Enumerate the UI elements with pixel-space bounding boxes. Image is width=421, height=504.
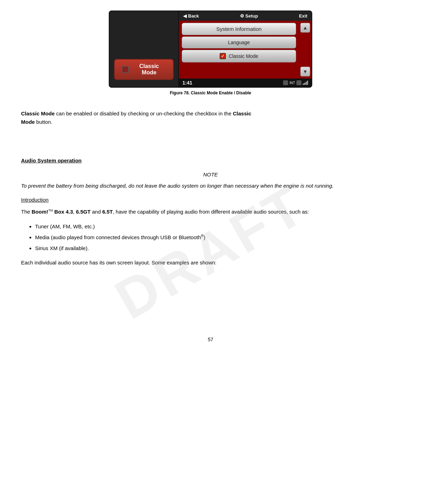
introduction-link: Introduction <box>21 196 400 204</box>
registered-superscript: ® <box>201 234 203 238</box>
back-arrow-icon: ◀ <box>183 13 187 19</box>
exit-button: Exit <box>299 13 307 19</box>
spacer-2 <box>21 132 400 139</box>
classic-mode-bold-1: Classic Mode <box>21 110 55 116</box>
boom-bold: Boom! <box>32 209 48 215</box>
signal-bars <box>303 81 308 85</box>
signal-icon <box>296 80 301 85</box>
device-menu-items: System Information Language Classic Mode <box>179 21 299 79</box>
box-43-bold: Box 4.3 <box>53 209 73 215</box>
setup-button: ⚙ Setup <box>240 13 258 19</box>
audio-system-heading: Audio System operation <box>21 156 400 165</box>
back-button: ◀ Back <box>183 13 199 19</box>
device-status-icons: INT <box>283 80 308 85</box>
intro-suffix: , have the capability of playing audio f… <box>113 209 309 215</box>
menu-item-language: Language <box>182 36 296 48</box>
tm-superscript: TM <box>48 209 53 212</box>
figure-caption: Figure 78. Classic Mode Enable / Disable <box>170 90 251 95</box>
device-left-panel: Classic Mode <box>109 11 179 88</box>
bottom-spacer <box>21 273 400 315</box>
checkbox-left <box>122 66 129 73</box>
scroll-down-button: ▼ <box>300 67 310 76</box>
bar4 <box>307 81 308 85</box>
classic-mode-left-label: Classic Mode <box>132 63 166 76</box>
checkbox-checked-icon <box>220 53 226 59</box>
menu-item-classic-mode: Classic Mode <box>182 50 296 62</box>
page-content: Classic Mode ◀ Back ⚙ Setup Exit <box>0 0 421 364</box>
intro-prefix: The <box>21 209 32 215</box>
menu-item-system-info: System Information <box>182 23 296 35</box>
page-number: 57 <box>21 336 400 343</box>
paragraph1-text: can be enabled or disabled by checking o… <box>55 110 233 116</box>
device-footer: 1:41 INT <box>179 79 312 87</box>
65gt-bold: 6.5GT <box>76 209 91 215</box>
spacer-3 <box>21 139 400 146</box>
device-menu-area: System Information Language Classic Mode <box>179 21 312 79</box>
device-right-panel: ◀ Back ⚙ Setup Exit System Inf <box>179 11 312 88</box>
audio-sources-list: Tuner (AM, FM, WB, etc.) Media (audio pl… <box>35 222 400 253</box>
main-body: Classic Mode can be enabled or disabled … <box>21 102 400 343</box>
bullet-tuner: Tuner (AM, FM, WB, etc.) <box>35 222 400 231</box>
each-source-paragraph: Each individual audio source has its own… <box>21 258 400 267</box>
and-text: and <box>91 209 102 215</box>
device-time: 1:41 <box>182 80 192 86</box>
note-italic-text: To prevent the battery from being discha… <box>21 182 400 190</box>
classic-mode-button-left: Classic Mode <box>114 59 174 80</box>
bar2 <box>304 83 305 85</box>
bar3 <box>306 82 307 85</box>
int-label: INT <box>289 81 295 85</box>
device-screenshot: Classic Mode ◀ Back ⚙ Setup Exit <box>109 11 312 88</box>
introduction-paragraph: The Boom!TM Box 4.3, 6.5GT and 6.5T, hav… <box>21 208 400 216</box>
spacer-1 <box>21 102 400 109</box>
device-header: ◀ Back ⚙ Setup Exit <box>179 11 312 21</box>
bar1 <box>303 83 304 85</box>
figure-container: Classic Mode ◀ Back ⚙ Setup Exit <box>21 11 400 95</box>
bullet-media: Media (audio played from connected devic… <box>35 233 400 242</box>
bullet-sirius: Sirius XM (if available). <box>35 243 400 253</box>
paragraph-classic-mode: Classic Mode can be enabled or disabled … <box>21 109 400 126</box>
scroll-up-button: ▲ <box>300 23 310 33</box>
device-scroll-buttons: ▲ ▼ <box>299 21 312 79</box>
note-label: NOTE <box>21 170 400 179</box>
bluetooth-icon <box>283 80 288 85</box>
65t-bold: 6.5T <box>102 209 113 215</box>
paragraph1-text-end: button. <box>35 119 52 125</box>
